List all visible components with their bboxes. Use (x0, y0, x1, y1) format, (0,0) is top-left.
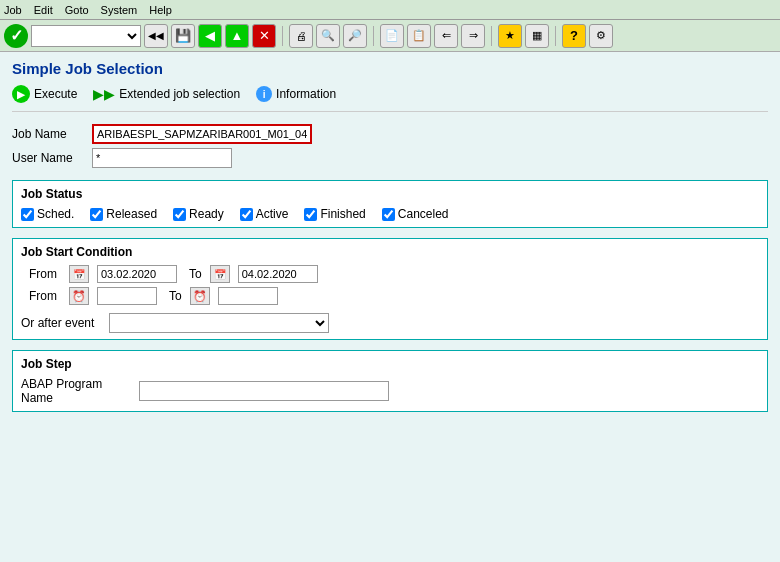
time-to-picker-btn[interactable]: ⏰ (190, 287, 210, 305)
stop-button[interactable]: ✕ (252, 24, 276, 48)
menu-system[interactable]: System (101, 4, 138, 16)
toolbar-dropdown[interactable] (31, 25, 141, 47)
checkbox-canceled-label: Canceled (398, 207, 449, 221)
job-step-title: Job Step (21, 357, 759, 371)
checkbox-active-label: Active (256, 207, 289, 221)
date-from-label: From (21, 267, 61, 281)
information-button[interactable]: i Information (256, 86, 336, 102)
time-to-input[interactable] (218, 287, 278, 305)
time-row: From ⏰ To ⏰ (21, 287, 759, 305)
execute-icon: ▶ (12, 85, 30, 103)
job-name-label: Job Name (12, 127, 92, 141)
save-button[interactable]: 💾 (171, 24, 195, 48)
bookmark-button[interactable]: ★ (498, 24, 522, 48)
menu-help[interactable]: Help (149, 4, 172, 16)
user-name-label: User Name (12, 151, 92, 165)
checkbox-finished[interactable]: Finished (304, 207, 365, 221)
menu-edit[interactable]: Edit (34, 4, 53, 16)
event-row: Or after event (21, 313, 759, 333)
paste-button[interactable]: 📋 (407, 24, 431, 48)
date-to-picker-btn[interactable]: 📅 (210, 265, 230, 283)
checkbox-ready-label: Ready (189, 207, 224, 221)
checkbox-ready-input[interactable] (173, 208, 186, 221)
job-start-title: Job Start Condition (21, 245, 759, 259)
checkbox-canceled[interactable]: Canceled (382, 207, 449, 221)
time-to-label: To (169, 289, 182, 303)
time-from-label: From (21, 289, 61, 303)
find-next-button[interactable]: 🔎 (343, 24, 367, 48)
user-name-row: User Name (12, 148, 768, 168)
job-step-section: Job Step ABAP Program Name (12, 350, 768, 412)
settings-button[interactable]: ⚙ (589, 24, 613, 48)
transfer-left-button[interactable]: ⇐ (434, 24, 458, 48)
checkbox-sched-input[interactable] (21, 208, 34, 221)
action-bar: ▶ Execute ▶▶ Extended job selection i In… (12, 85, 768, 112)
job-start-section: Job Start Condition From 📅 To 📅 From ⏰ T… (12, 238, 768, 340)
checkbox-released[interactable]: Released (90, 207, 157, 221)
checkbox-released-label: Released (106, 207, 157, 221)
toolbar-separator-3 (491, 26, 492, 46)
up-button[interactable]: ▲ (225, 24, 249, 48)
print-button[interactable]: 🖨 (289, 24, 313, 48)
execute-label: Execute (34, 87, 77, 101)
menu-goto[interactable]: Goto (65, 4, 89, 16)
abap-row: ABAP Program Name (21, 377, 759, 405)
toolbar-separator-2 (373, 26, 374, 46)
date-from-input[interactable] (97, 265, 177, 283)
extended-icon: ▶▶ (93, 86, 115, 102)
toolbar-separator-4 (555, 26, 556, 46)
date-from-picker-btn[interactable]: 📅 (69, 265, 89, 283)
information-label: Information (276, 87, 336, 101)
job-status-section: Job Status Sched. Released Ready Active … (12, 180, 768, 228)
time-from-input[interactable] (97, 287, 157, 305)
extended-job-selection-button[interactable]: ▶▶ Extended job selection (93, 86, 240, 102)
back-button[interactable]: ◀ (198, 24, 222, 48)
user-name-input[interactable] (92, 148, 232, 168)
help-button[interactable]: ? (562, 24, 586, 48)
menu-job[interactable]: Job (4, 4, 22, 16)
layout-button[interactable]: ▦ (525, 24, 549, 48)
back-back-button[interactable]: ◀◀ (144, 24, 168, 48)
info-icon: i (256, 86, 272, 102)
menu-bar: Job Edit Goto System Help (0, 0, 780, 20)
date-to-label: To (189, 267, 202, 281)
extended-label: Extended job selection (119, 87, 240, 101)
checkbox-finished-input[interactable] (304, 208, 317, 221)
copy-button[interactable]: 📄 (380, 24, 404, 48)
checkbox-active[interactable]: Active (240, 207, 289, 221)
main-content: Simple Job Selection ▶ Execute ▶▶ Extend… (0, 52, 780, 562)
execute-button[interactable]: ▶ Execute (12, 85, 77, 103)
abap-input[interactable] (139, 381, 389, 401)
find-button[interactable]: 🔍 (316, 24, 340, 48)
checkbox-canceled-input[interactable] (382, 208, 395, 221)
page-title: Simple Job Selection (12, 60, 768, 77)
date-to-input[interactable] (238, 265, 318, 283)
checkbox-active-input[interactable] (240, 208, 253, 221)
checkbox-ready[interactable]: Ready (173, 207, 224, 221)
date-row: From 📅 To 📅 (21, 265, 759, 283)
checkbox-sched[interactable]: Sched. (21, 207, 74, 221)
toolbar: ✓ ◀◀ 💾 ◀ ▲ ✕ 🖨 🔍 🔎 📄 📋 ⇐ ⇒ ★ ▦ ? ⚙ (0, 20, 780, 52)
event-label: Or after event (21, 316, 101, 330)
event-select[interactable] (109, 313, 329, 333)
checkbox-sched-label: Sched. (37, 207, 74, 221)
job-status-title: Job Status (21, 187, 759, 201)
time-from-picker-btn[interactable]: ⏰ (69, 287, 89, 305)
abap-label: ABAP Program Name (21, 377, 131, 405)
checkbox-finished-label: Finished (320, 207, 365, 221)
job-name-row: Job Name (12, 124, 768, 144)
transfer-right-button[interactable]: ⇒ (461, 24, 485, 48)
checkmark-button[interactable]: ✓ (4, 24, 28, 48)
job-name-input[interactable] (92, 124, 312, 144)
toolbar-separator-1 (282, 26, 283, 46)
checkbox-released-input[interactable] (90, 208, 103, 221)
job-status-checkboxes: Sched. Released Ready Active Finished Ca… (21, 207, 759, 221)
